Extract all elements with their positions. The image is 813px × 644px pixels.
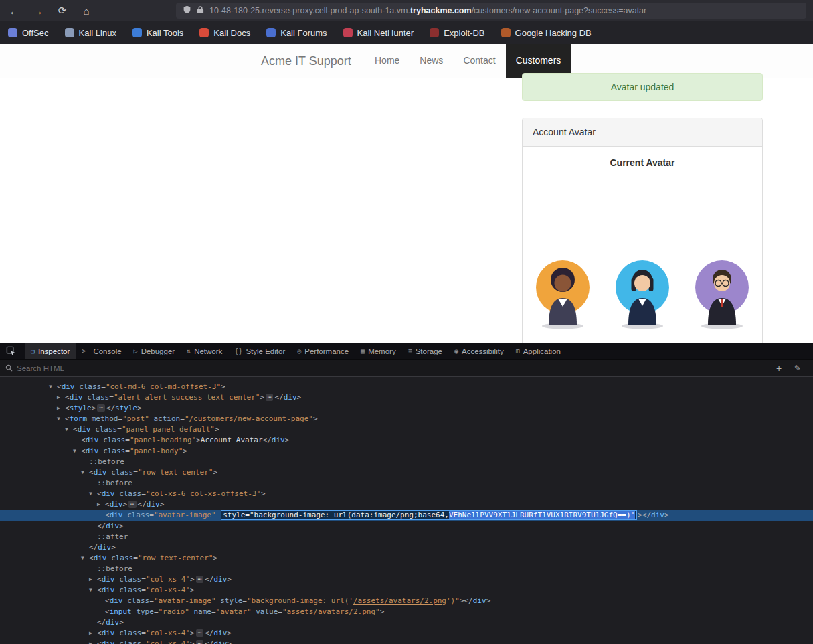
bookmark-item[interactable]: Exploit-DB (430, 28, 484, 38)
syntax-p (149, 414, 154, 423)
markup-row[interactable]: </div> (0, 542, 813, 553)
devtools-tab-application[interactable]: ⊞Application (510, 343, 567, 359)
markup-row[interactable]: ▼<div class="col-xs-4"> (0, 585, 813, 596)
markup-row[interactable]: ▼<div class="panel-body"> (0, 446, 813, 457)
collapsed-content-badge[interactable]: ⋯ (196, 576, 203, 583)
markup-row[interactable]: ::before (0, 478, 813, 489)
nav-item-contact[interactable]: Contact (453, 44, 505, 78)
markup-row[interactable]: ▼<div class="row text-center"> (0, 553, 813, 564)
nav-item-news[interactable]: News (410, 44, 453, 78)
twisty-collapsed-icon[interactable]: ▶ (89, 574, 97, 585)
twisty-expanded-icon[interactable]: ▼ (49, 382, 57, 392)
markup-tree: ▼<div class="col-md-6 col-md-offset-3">▶… (0, 378, 813, 644)
pick-element-button[interactable] (0, 343, 21, 359)
shield-icon[interactable] (183, 5, 191, 16)
markup-row[interactable]: ▼<div class="row text-center"> (0, 467, 813, 478)
site-brand[interactable]: Acme IT Support (261, 44, 351, 78)
twisty-expanded-icon[interactable]: ▼ (89, 489, 97, 499)
syntax-tag: div (94, 468, 107, 477)
markup-row[interactable]: ::before (0, 564, 813, 574)
devtools-tab-network[interactable]: ⇅Network (181, 343, 228, 359)
twisty-expanded-icon[interactable]: ▼ (81, 553, 89, 564)
collapsed-content-badge[interactable]: ⋯ (196, 629, 203, 637)
markup-row[interactable]: <div class="avatar-image" style="backgro… (0, 596, 813, 607)
markup-row[interactable]: ::after (0, 532, 813, 542)
syntax-p: > (137, 404, 142, 412)
home-icon: ⌂ (83, 5, 89, 17)
syntax-attr: name (193, 607, 211, 616)
url-bar[interactable]: 10-48-180-25.reverse-proxy.cell-prod-ap-… (176, 3, 806, 19)
markup-row[interactable]: ▶<div class="alert alert-success text-ce… (0, 392, 813, 403)
nav-item-home[interactable]: Home (365, 44, 410, 78)
markup-row[interactable]: ::before (0, 457, 813, 467)
collapsed-content-badge[interactable]: ⋯ (266, 394, 273, 401)
markup-row[interactable]: ▶<div class="col-xs-4">⋯</div> (0, 574, 813, 585)
home-button[interactable]: ⌂ (76, 1, 96, 20)
syntax-pseudo: ::before (89, 457, 124, 466)
twisty-expanded-icon[interactable]: ▼ (65, 424, 73, 435)
syntax-p: < (81, 447, 86, 455)
avatar-option-1[interactable] (534, 255, 592, 330)
syntax-tag: div (213, 575, 227, 584)
bookmark-item[interactable]: Kali NetHunter (343, 28, 414, 38)
twisty-collapsed-icon[interactable]: ▶ (89, 628, 97, 639)
markup-row[interactable]: ▼<div class="panel panel-default"> (0, 424, 813, 435)
back-button[interactable]: ← (4, 1, 24, 20)
markup-row[interactable]: ▶<div>⋯</div> (0, 499, 813, 510)
devtools-tab-performance[interactable]: ◴Performance (291, 343, 355, 359)
twisty-collapsed-icon[interactable]: ▶ (57, 392, 65, 403)
bookmark-favicon (501, 28, 511, 37)
bookmark-item[interactable]: Kali Linux (65, 28, 116, 38)
twisty-collapsed-icon[interactable]: ▶ (97, 499, 105, 510)
markup-row[interactable]: <div class="panel-heading">Account Avata… (0, 435, 813, 446)
collapsed-content-badge[interactable]: ⋯ (97, 404, 104, 412)
markup-row[interactable]: ▼<form method="post" action="/customers/… (0, 414, 813, 424)
syntax-link: /assets/avatars/2.png (353, 596, 446, 605)
bookmark-item[interactable]: Kali Forums (266, 28, 327, 38)
markup-row[interactable]: ▶<div class="col-xs-4">⋯</div> (0, 639, 813, 644)
twisty-collapsed-icon[interactable]: ▶ (89, 639, 97, 644)
create-node-button[interactable]: + (772, 363, 786, 374)
bookmark-favicon (132, 28, 142, 37)
markup-row[interactable]: ▼<div class="col-xs-6 col-xs-offset-3"> (0, 489, 813, 499)
search-html-input[interactable] (17, 364, 760, 372)
devtools-tab-inspector[interactable]: ❏Inspector (25, 343, 76, 359)
syntax-p: < (97, 639, 102, 644)
twisty-expanded-icon[interactable]: ▼ (73, 446, 81, 457)
avatar-option-3[interactable] (693, 255, 751, 330)
forward-button[interactable]: → (28, 1, 48, 20)
devtools-tab-memory[interactable]: ▦Memory (355, 343, 402, 359)
devtools-tab-debugger[interactable]: ▷Debugger (128, 343, 181, 359)
markup-row[interactable]: </div> (0, 521, 813, 532)
bookmark-item[interactable]: Kali Docs (199, 28, 250, 38)
bookmark-item[interactable]: OffSec (8, 28, 49, 38)
twisty-expanded-icon[interactable]: ▼ (81, 467, 89, 478)
avatar-option-2[interactable] (614, 255, 671, 330)
syntax-tag: div (473, 596, 486, 605)
markup-row[interactable]: ▶<div class="col-xs-4">⋯</div> (0, 628, 813, 639)
edit-html-icon[interactable]: ✎ (790, 364, 805, 373)
syntax-val: "col-xs-6 col-xs-offset-3" (146, 489, 261, 498)
avatar-illustration-1 (534, 255, 592, 330)
markup-row[interactable]: </div> (0, 617, 813, 628)
devtools-tab-console[interactable]: >_Console (76, 343, 127, 359)
browser-window: ← → ⟳ ⌂ 10-48-180-25.reverse-proxy.cell-… (0, 0, 813, 644)
syntax-p: > (190, 629, 195, 637)
attribute-edit-box[interactable]: style="background-image: url(data:image/… (221, 510, 637, 520)
markup-row[interactable]: <div class="avatar-image" style="backgro… (0, 510, 813, 521)
collapsed-content-badge[interactable]: ⋯ (196, 640, 203, 644)
markup-row[interactable]: ▶<style>⋯</style> (0, 403, 813, 414)
twisty-collapsed-icon[interactable]: ▶ (57, 403, 65, 414)
devtools-tab-accessibility[interactable]: ◉Accessibility (448, 343, 510, 359)
collapsed-content-badge[interactable]: ⋯ (128, 501, 136, 508)
markup-row[interactable]: ▼<div class="col-md-6 col-md-offset-3"> (0, 382, 813, 392)
devtools-tab-style-editor[interactable]: {}Style Editor (228, 343, 291, 359)
lock-icon[interactable] (197, 5, 204, 16)
twisty-expanded-icon[interactable]: ▼ (57, 414, 65, 424)
markup-row[interactable]: <input type="radio" name="avatar" value=… (0, 607, 813, 617)
twisty-expanded-icon[interactable]: ▼ (89, 585, 97, 596)
bookmark-item[interactable]: Google Hacking DB (501, 28, 592, 38)
devtools-tab-storage[interactable]: ≣Storage (402, 343, 448, 359)
reload-button[interactable]: ⟳ (52, 1, 72, 20)
bookmark-item[interactable]: Kali Tools (132, 28, 183, 38)
